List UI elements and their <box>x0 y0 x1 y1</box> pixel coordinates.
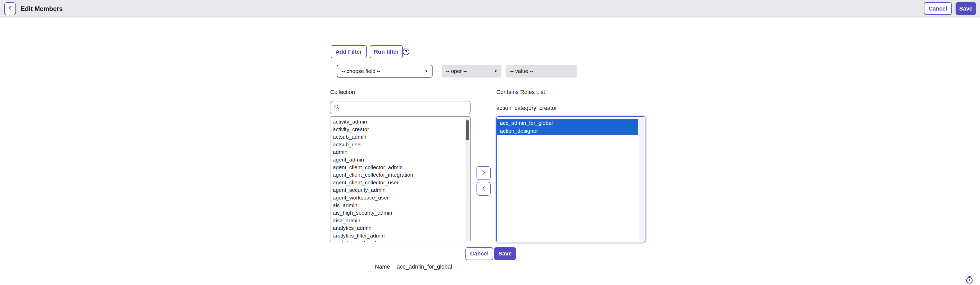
collection-list[interactable]: activity_adminactivity_creatoractsub_adm… <box>330 116 471 242</box>
collection-scrollbar-thumb[interactable] <box>466 120 469 141</box>
choose-field-value: -- choose field -- <box>342 68 380 74</box>
save-button-bottom[interactable]: Save <box>494 247 516 260</box>
value-field[interactable]: -- value -- <box>506 65 577 78</box>
roles-selected-items: acc_admin_for_globalaction_designer <box>497 119 638 135</box>
collection-label: Collection <box>330 89 355 95</box>
chevron-right-icon <box>480 169 487 177</box>
search-icon <box>334 104 340 111</box>
cancel-button-bottom[interactable]: Cancel <box>465 247 493 260</box>
name-label: Name <box>375 263 390 270</box>
cancel-button-top[interactable]: Cancel <box>924 2 952 15</box>
name-row: Name acc_admin_for_global <box>375 263 452 270</box>
collection-list-item[interactable]: agent_client_collector_admin <box>331 163 465 171</box>
selected-role-item[interactable]: action_designer <box>497 127 638 135</box>
collection-list-item[interactable]: analytics_admin <box>331 224 465 232</box>
operator-value: -- oper -- <box>446 68 467 74</box>
roles-list-label: Contains Roles List <box>496 89 545 95</box>
collection-scrollbar[interactable] <box>465 117 469 241</box>
header-bar: Edit Members Cancel Save <box>0 0 980 17</box>
collection-list-item[interactable]: analytics_tech_admin <box>331 239 465 243</box>
collection-items: activity_adminactivity_creatoractsub_adm… <box>331 118 465 242</box>
collection-list-item[interactable]: ais_admin <box>331 201 465 209</box>
name-value: acc_admin_for_global <box>397 263 452 270</box>
value-field-text: -- value -- <box>510 68 533 74</box>
add-filter-button[interactable]: Add Filter <box>331 45 367 58</box>
save-button-top[interactable]: Save <box>956 2 976 15</box>
roles-selected-list[interactable]: acc_admin_for_globalaction_designer <box>496 116 646 242</box>
selected-role-item[interactable]: acc_admin_for_global <box>497 119 638 127</box>
collection-list-item[interactable]: actsub_user <box>331 141 465 149</box>
collection-list-item[interactable]: aisa_admin <box>331 217 465 225</box>
collection-search-input[interactable] <box>342 101 467 114</box>
collection-list-item[interactable]: agent_security_admin <box>331 186 465 194</box>
operator-select[interactable]: -- oper -- ▼ <box>442 65 501 78</box>
chevron-left-icon <box>7 5 13 12</box>
run-filter-button[interactable]: Run filter <box>370 45 403 58</box>
collection-list-item[interactable]: activity_creator <box>331 125 465 133</box>
collection-list-item[interactable]: analytics_filter_admin <box>331 232 465 239</box>
chevron-down-icon: ▼ <box>494 70 497 73</box>
collection-list-item[interactable]: admin <box>331 148 465 156</box>
choose-field-select[interactable]: -- choose field -- ▼ <box>337 65 433 78</box>
roles-scrollbar[interactable] <box>639 117 644 241</box>
chevron-down-icon: ▼ <box>425 70 428 73</box>
back-button[interactable] <box>4 2 16 15</box>
help-icon[interactable]: ? <box>403 49 409 55</box>
collection-list-item[interactable]: agent_admin <box>331 156 465 163</box>
collection-list-item[interactable]: activity_admin <box>331 118 465 125</box>
chevron-left-icon <box>480 185 487 193</box>
move-left-button[interactable] <box>477 182 491 196</box>
collection-search-box <box>330 101 471 114</box>
collection-list-item[interactable]: ais_high_security_admin <box>331 209 465 217</box>
collection-list-item[interactable]: agent_client_collector_user <box>331 179 465 187</box>
collection-list-item[interactable]: agent_workspace_user <box>331 194 465 201</box>
collection-list-item[interactable]: actsub_admin <box>331 133 465 141</box>
page-title: Edit Members <box>21 0 63 17</box>
stopwatch-icon[interactable] <box>965 275 974 285</box>
collection-list-item[interactable]: agent_client_collector_integration <box>331 171 465 179</box>
roles-field-name: action_category_creator <box>496 105 557 111</box>
edit-members-page: Edit Members Cancel Save Add Filter Run … <box>0 0 980 285</box>
move-right-button[interactable] <box>477 166 491 180</box>
